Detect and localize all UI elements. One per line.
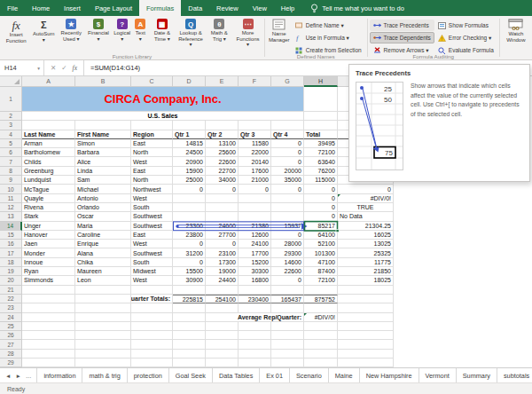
cell[interactable]: East [131,139,173,148]
cell[interactable]: 101300 [304,248,338,257]
cell[interactable] [239,322,271,331]
cell[interactable]: Childs [22,157,75,166]
cell[interactable]: 0 [239,185,271,193]
sheet-tab-protection[interactable]: protection [128,368,169,383]
cell[interactable] [131,340,173,349]
cell[interactable] [338,331,394,340]
cell[interactable] [304,112,338,121]
cell[interactable]: Leon [75,276,131,285]
cell[interactable]: No Data [338,212,394,221]
cell[interactable] [271,331,304,340]
cell[interactable]: 12600 [239,231,271,240]
cell[interactable] [173,322,206,331]
cell[interactable]: Oscar [75,212,131,221]
cell[interactable]: 23800 [173,231,206,240]
cell[interactable]: Alice [75,157,131,166]
ribbon-tab-file[interactable]: File [0,0,25,16]
cell[interactable]: Enrique [75,240,131,248]
cell[interactable] [75,295,131,303]
ribbon-button-define-name[interactable]: Define Name ▾ [292,20,365,31]
cell[interactable]: 24500 [173,148,206,157]
cell[interactable] [206,359,239,367]
cell[interactable]: 39495 [304,139,338,148]
cell[interactable] [304,322,338,331]
cell[interactable]: McTague [22,185,75,193]
cell[interactable]: 20140 [239,157,271,166]
column-header-F[interactable]: F [239,76,271,87]
row-header-14[interactable]: 14 [0,222,22,231]
cell[interactable]: Michael [75,185,131,193]
sheet-tab-information[interactable]: information [37,368,82,383]
cell[interactable] [304,303,338,312]
cell[interactable]: 0 [304,203,338,212]
cell[interactable] [304,359,338,367]
cell[interactable] [338,350,394,359]
cell[interactable]: 19000 [206,267,239,276]
name-box[interactable]: H14 ▾ [0,60,44,75]
row-header-27[interactable]: 27 [0,340,22,349]
ribbon-tab-review[interactable]: Review [209,0,246,16]
cell[interactable]: Rivena [22,203,75,212]
cell[interactable]: 11580 [239,139,271,148]
cell[interactable]: Quayle [22,194,75,203]
cell[interactable]: 22000 [239,148,271,157]
cell[interactable]: West [131,194,173,203]
cell[interactable]: South [131,203,173,212]
cell[interactable] [22,359,75,367]
row-header-18[interactable]: 18 [0,258,22,267]
company-title-cell[interactable]: CIRCA Company, Inc. [22,87,304,112]
cell[interactable] [22,331,75,340]
ribbon-button-text[interactable]: AText ▾ [133,18,148,49]
enter-icon[interactable]: ✓ [61,64,66,72]
cell[interactable] [173,340,206,349]
cell[interactable]: 0 [173,258,206,267]
sheet-tab-scenario[interactable]: Scenario [290,368,329,383]
cell[interactable] [338,322,394,331]
row-header-16[interactable]: 16 [0,240,22,248]
cell[interactable] [22,350,75,359]
ribbon-tab-help[interactable]: Help [274,0,301,16]
ribbon-button-autosum[interactable]: ΣAutoSum ▾ [30,18,57,49]
row-header-23[interactable]: 23 [0,303,22,312]
row-header-13[interactable]: 13 [0,212,22,221]
quarter-total-cell[interactable]: 875752 [304,295,338,303]
cell[interactable] [271,203,304,212]
cell[interactable]: Linda [75,167,131,176]
table-header-cell[interactable]: Total [304,130,338,139]
cell[interactable]: 24600 [206,222,239,231]
cell[interactable]: Simon [75,139,131,148]
quarter-total-cell[interactable]: 225815 [173,295,206,303]
cell[interactable]: West [131,276,173,285]
cell[interactable]: 0 [304,185,338,193]
ribbon-button-logical[interactable]: ?Logical ▾ [112,18,133,49]
cell[interactable] [239,286,271,295]
cell[interactable]: 34000 [206,176,239,185]
cell[interactable]: Stark [22,212,75,221]
cell[interactable] [304,340,338,349]
cell[interactable]: 27700 [206,231,239,240]
sheet-nav-left-icon[interactable]: ◄ [5,373,11,379]
cell[interactable]: Simmonds [22,276,75,285]
cell[interactable] [338,286,394,295]
cell[interactable]: 30900 [173,276,206,285]
cell[interactable] [131,331,173,340]
cell[interactable]: West [131,240,173,248]
column-header-E[interactable]: E [206,76,239,87]
cell[interactable]: 0 [206,240,239,248]
cell[interactable] [173,331,206,340]
cell[interactable]: 0 [271,276,304,285]
cell[interactable]: South [131,258,173,267]
cell[interactable]: 0 [338,185,394,193]
cell[interactable] [338,359,394,367]
cell[interactable] [173,121,206,130]
row-header-17[interactable]: 17 [0,248,22,257]
cell[interactable] [338,313,394,322]
cell[interactable]: Alana [75,248,131,257]
cell[interactable] [304,350,338,359]
cell[interactable]: 15200 [239,258,271,267]
row-header-20[interactable]: 20 [0,276,22,285]
cell[interactable]: 31200 [173,248,206,257]
cell[interactable] [75,303,131,312]
cell[interactable] [271,303,304,312]
cell[interactable]: 15900 [173,167,206,176]
